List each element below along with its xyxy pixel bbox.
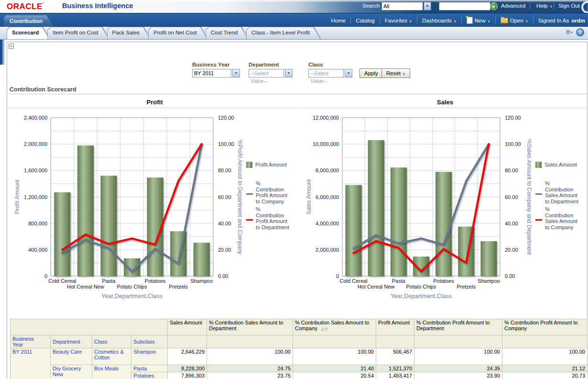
- legend-item: % Contribution Sales Amount to Company: [535, 206, 578, 230]
- measure-cell: 20.54: [293, 372, 376, 379]
- reset-button[interactable]: Reset∨: [381, 68, 410, 78]
- help-menu[interactable]: Help∨: [536, 3, 553, 9]
- chart-title-profit: Profit: [7, 97, 302, 108]
- page-tab-label: Item Profit on Cost: [53, 30, 98, 35]
- global-nav-links: HomeCatalogFavorites∨Dashboards∨ ★New∨ O…: [331, 13, 585, 27]
- dimension-cell-beauty-care[interactable]: Beauty Care: [51, 348, 92, 365]
- signed-in-user[interactable]: ordm: [571, 18, 585, 23]
- empty-header-cell: [414, 335, 502, 348]
- empty-header-cell: [376, 335, 414, 348]
- legend-item: % Contribution Profit Amount to Departme…: [246, 206, 289, 230]
- measure-cell: 100.00: [293, 348, 376, 365]
- advanced-link[interactable]: Advanced: [501, 3, 525, 9]
- sign-out-link[interactable]: Sign Out: [558, 3, 580, 9]
- open-menu[interactable]: Open∨: [501, 18, 528, 23]
- dimension-cell-potatoes[interactable]: Potatoes: [131, 372, 168, 379]
- svg-text:0.00: 0.00: [218, 273, 228, 279]
- column-header-contribution-profit-amount-to-department: % Contribution Profit Amount to Departme…: [414, 319, 502, 335]
- search-input[interactable]: [439, 2, 490, 11]
- dimension-cell-pasta[interactable]: Pasta: [131, 365, 168, 372]
- dimension-cell-shampoo[interactable]: Shampoo: [131, 348, 168, 365]
- help-icon[interactable]: ?: [576, 28, 584, 36]
- filter-label-department: Department: [249, 62, 279, 67]
- legend-item: Sales Amount: [535, 162, 578, 168]
- oracle-ring-icon: [581, 1, 588, 13]
- chevron-down-icon[interactable]: ▼: [232, 69, 240, 78]
- nav-catalog[interactable]: Catalog: [356, 18, 375, 23]
- chevron-down-icon[interactable]: ▼: [345, 69, 352, 78]
- svg-text:Potatoes: Potatoes: [145, 278, 166, 284]
- page-tab-cost-trend[interactable]: Cost Trend: [206, 27, 249, 39]
- legend-item: Profit Amount: [246, 162, 289, 168]
- measure-cell: 8,228,200: [168, 365, 207, 372]
- svg-text:Sales Amount: Sales Amount: [305, 179, 312, 215]
- nav-favorites[interactable]: Favorites∨: [385, 18, 412, 23]
- nav-dashboards[interactable]: Dashboards∨: [422, 18, 457, 23]
- svg-text:400,000: 400,000: [28, 247, 47, 253]
- department-select[interactable]: --Select Value-- ▼: [249, 69, 293, 78]
- svg-text:80.00: 80.00: [218, 167, 231, 173]
- dashboard-tab-contribution[interactable]: Contribution: [4, 15, 54, 27]
- search-go-button[interactable]: ▶: [490, 2, 498, 10]
- global-nav-bar: Contribution HomeCatalogFavorites∨Dashbo…: [0, 13, 588, 27]
- search-scope-select[interactable]: All ▼: [381, 2, 431, 11]
- oracle-logo: ORACLEʼ: [7, 2, 44, 11]
- column-header-sales-amount: Sales Amount: [168, 319, 207, 335]
- measure-cell: 7,896,303: [168, 372, 207, 379]
- page-tab-label: Profit on Net Cost: [153, 30, 197, 35]
- page-options-icon[interactable]: ≣▾: [566, 29, 573, 35]
- svg-text:120.00: 120.00: [218, 115, 234, 121]
- svg-text:%Profit Amount to Department a: %Profit Amount to Department and Company: [237, 139, 243, 254]
- business-year-value: BY 2011: [192, 69, 231, 78]
- svg-text:40.00: 40.00: [505, 221, 518, 226]
- page-tab-scorecard[interactable]: Scorecard: [7, 27, 50, 39]
- sort-arrows-icon[interactable]: △▽: [321, 327, 328, 331]
- page-tab-pack-sales[interactable]: Pack Sales: [107, 27, 152, 39]
- dimension-cell-by-2011[interactable]: BY 2011: [11, 348, 51, 379]
- collapse-section-button[interactable]: −: [9, 44, 14, 49]
- svg-text:Pretzels: Pretzels: [169, 284, 188, 290]
- open-folder-icon: [501, 18, 508, 23]
- sales-chart-legend: Sales Amount% Contribution Sales Amount …: [535, 162, 578, 232]
- empty-header-cell: [168, 335, 207, 348]
- svg-text:Shampoo: Shampoo: [478, 278, 500, 284]
- svg-text:Year,Department,Class: Year,Department,Class: [101, 293, 163, 300]
- department-value: --Select Value--: [249, 69, 284, 78]
- class-select[interactable]: --Select Value-- ▼: [308, 69, 352, 78]
- nav-home[interactable]: Home: [331, 18, 346, 23]
- dimension-cell-cosmetics-cotton[interactable]: Cosmetics & Cotton: [92, 348, 131, 365]
- page-tab-item-profit-on-cost[interactable]: Item Profit on Cost: [47, 27, 109, 39]
- column-header-contribution-profit-amount-to-company: % Contribution Profit Amount to Company: [502, 319, 588, 335]
- legend-label: % Contribution Sales Amount to Company: [545, 206, 578, 230]
- svg-text:6,000,000: 6,000,000: [316, 194, 339, 200]
- product-title: Business Intelligence: [62, 2, 133, 10]
- svg-text:Potato Chips: Potato Chips: [406, 284, 436, 290]
- svg-text:20.00: 20.00: [218, 247, 231, 253]
- dimension-cell-box-meals[interactable]: Box Meals: [92, 365, 131, 379]
- chevron-down-icon[interactable]: ▼: [285, 69, 293, 78]
- svg-text:0: 0: [44, 273, 47, 279]
- dimension-cell-dry-grocery-new[interactable]: Dry Grocery New: [51, 365, 92, 379]
- svg-text:Hot Cereal New: Hot Cereal New: [358, 284, 395, 290]
- apply-button[interactable]: Apply: [359, 68, 383, 78]
- chevron-down-icon[interactable]: ▼: [424, 2, 431, 11]
- search-scope-value: All: [381, 2, 423, 11]
- line-swatch-icon: [535, 219, 542, 221]
- section-title: Contribution Scorecard: [10, 86, 76, 93]
- column-header-business-year: Business Year: [11, 335, 51, 348]
- measure-cell: 24.35: [414, 365, 502, 372]
- business-year-select[interactable]: BY 2011 ▼: [192, 69, 240, 78]
- new-menu[interactable]: ★New∨: [467, 17, 490, 24]
- svg-text:0: 0: [336, 273, 339, 279]
- svg-text:Pasta: Pasta: [392, 278, 406, 284]
- page-tab-profit-on-net-cost[interactable]: Profit on Net Cost: [148, 27, 208, 39]
- new-document-icon: ★: [467, 17, 473, 24]
- contribution-data-table: Sales Amount% Contribution Sales Amount …: [10, 319, 588, 379]
- measure-cell: 23.75: [207, 372, 293, 379]
- svg-text:100.00: 100.00: [218, 141, 234, 147]
- svg-text:2,000,000: 2,000,000: [24, 141, 47, 147]
- filter-label-business-year: Business Year: [192, 62, 229, 67]
- measure-cell: 100.00: [207, 348, 293, 365]
- page-tab-class-item-level-profit[interactable]: Class - Item Level Profit: [246, 27, 321, 39]
- column-header-department: Department: [51, 335, 92, 348]
